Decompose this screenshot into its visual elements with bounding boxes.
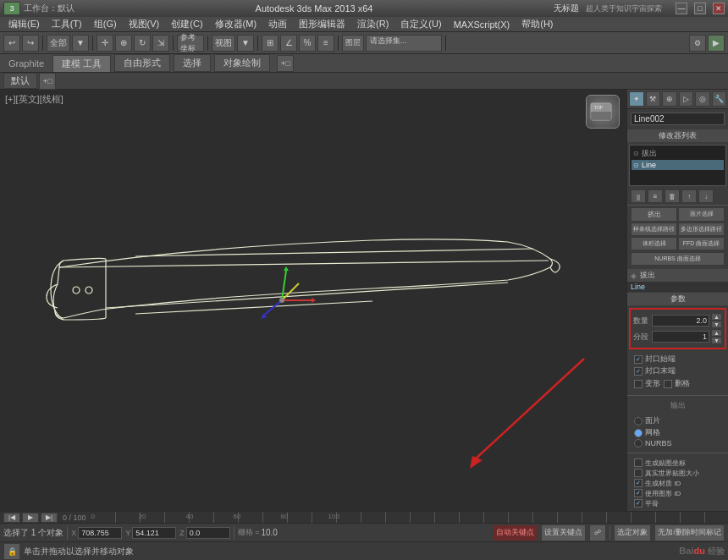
rp-motion-icon[interactable]: ▷ xyxy=(679,91,694,107)
btn-spline-sel[interactable]: 样条线选择路径 xyxy=(631,222,677,236)
count-value[interactable]: 2.0 xyxy=(652,315,709,327)
menu-view[interactable]: 视图(V) xyxy=(124,17,165,31)
prev-frame-btn[interactable]: |◀ xyxy=(3,513,20,523)
mod-up-icon[interactable]: ↑ xyxy=(681,189,697,203)
checkbox-cap-start[interactable]: ✓ 封口始端 xyxy=(631,354,725,365)
snap-btn[interactable]: ⊞ xyxy=(262,35,279,52)
btn-extrude[interactable]: 挤出 xyxy=(631,207,677,222)
key-filter-btn[interactable]: ☍ xyxy=(589,524,606,541)
menu-custom[interactable]: 自定义(U) xyxy=(395,17,446,31)
checkbox-cap-end[interactable]: ✓ 封口末端 xyxy=(631,365,725,376)
checkbox-smooth-box[interactable]: ✓ xyxy=(634,499,643,508)
menu-help[interactable]: 帮助(H) xyxy=(516,17,558,31)
output-mesh-radio[interactable] xyxy=(634,429,643,437)
menu-animation[interactable]: 动画 xyxy=(263,17,292,31)
btn-ffd-sel[interactable]: FFD 曲面选择 xyxy=(678,237,725,250)
redo-button[interactable]: ↪ xyxy=(22,35,39,52)
nav-cube[interactable]: TOP xyxy=(586,95,620,129)
checkbox-gen-mat-box[interactable]: ✓ xyxy=(634,479,643,487)
menu-modifiers[interactable]: 修改器(M) xyxy=(210,17,262,31)
mod-stack-icon[interactable]: ≡ xyxy=(648,189,663,203)
btn-patch-sel[interactable]: 面片选择 xyxy=(678,207,725,222)
checkbox-real-world-map[interactable]: 真实世界贴图大小 xyxy=(631,469,725,478)
seg-up-btn[interactable]: ▲ xyxy=(711,329,722,337)
scale-btn[interactable]: ⇲ xyxy=(152,35,169,52)
checkbox-gen-mat-id[interactable]: ✓ 生成材质 ID xyxy=(631,479,725,488)
seg-value[interactable]: 1 xyxy=(652,331,709,343)
menu-maxscript[interactable]: MAXScript(X) xyxy=(449,19,516,30)
checkbox-use-shape-box[interactable]: ✓ xyxy=(634,489,643,497)
percent-snap-btn[interactable]: % xyxy=(299,35,316,52)
checkbox-smooth[interactable]: ✓ 平骨 xyxy=(631,499,725,508)
menu-render[interactable]: 渲染(R) xyxy=(352,17,394,31)
move-btn[interactable]: ⊕ xyxy=(115,35,132,52)
maximize-button[interactable]: □ xyxy=(694,3,706,14)
subtab-default[interactable]: 默认 xyxy=(3,73,37,89)
z-input[interactable] xyxy=(186,527,230,539)
menu-create[interactable]: 创建(C) xyxy=(166,17,207,31)
viewport-nav[interactable]: TOP xyxy=(586,95,620,129)
layer-manager-btn[interactable]: 图层 xyxy=(342,35,364,52)
mod-down-icon[interactable]: ↓ xyxy=(698,189,714,203)
rp-create-icon[interactable]: ✦ xyxy=(629,91,644,107)
render-btn[interactable]: ▶ xyxy=(708,35,725,52)
menu-edit[interactable]: 编辑(E) xyxy=(3,17,45,31)
y-input[interactable] xyxy=(132,527,176,539)
auto-key-btn[interactable]: 自动关键点 xyxy=(493,524,538,541)
menu-graph-editor[interactable]: 图形编辑器 xyxy=(294,17,350,31)
set-key-btn[interactable]: 设置关键点 xyxy=(541,524,586,541)
mod-item-line[interactable]: ⊙ Line xyxy=(631,160,724,170)
graphite-tab-modeling[interactable]: 建模 工具 xyxy=(52,55,111,72)
angle-snap-btn[interactable]: ∠ xyxy=(280,35,297,52)
output-mesh[interactable]: 网格 xyxy=(631,427,725,438)
count-down-btn[interactable]: ▼ xyxy=(711,321,722,328)
btn-nurbs-sel[interactable]: NURBS 曲面选择 xyxy=(631,252,725,266)
checkbox-gen-map-coords[interactable]: 生成贴图坐标 xyxy=(631,458,725,468)
rp-modify-icon[interactable]: ⚒ xyxy=(646,91,661,107)
next-frame-btn[interactable]: ▶| xyxy=(41,513,58,523)
rp-display-icon[interactable]: ◎ xyxy=(695,91,710,107)
minimize-button[interactable]: — xyxy=(676,3,687,14)
checkbox-grid[interactable]: 删格 xyxy=(664,378,690,389)
spinner-snap-btn[interactable]: ≡ xyxy=(317,35,334,52)
graphite-extra-btn[interactable]: +□ xyxy=(277,55,294,72)
graphite-tab-select[interactable]: 选择 xyxy=(174,54,211,72)
x-input[interactable] xyxy=(78,527,122,539)
rotate-btn[interactable]: ↻ xyxy=(134,35,151,52)
output-patch-radio[interactable] xyxy=(634,417,643,425)
checkbox-use-shape-id[interactable]: ✓ 使用图形 ID xyxy=(631,489,725,498)
filter-dropdown-btn[interactable]: ▼ xyxy=(72,35,89,52)
rp-hierarchy-icon[interactable]: ⊕ xyxy=(662,91,677,107)
output-nurbs-radio[interactable] xyxy=(634,439,643,447)
count-up-btn[interactable]: ▲ xyxy=(711,313,722,321)
btn-volume-sel[interactable]: 体积选择 xyxy=(631,237,677,250)
layer-select[interactable]: 请选择集... xyxy=(366,35,442,52)
prompt-lock-btn[interactable]: 🔒 xyxy=(3,543,20,560)
view-dropdown-arrow[interactable]: ▼ xyxy=(237,35,254,52)
undo-button[interactable]: ↩ xyxy=(3,35,20,52)
seg-down-btn[interactable]: ▼ xyxy=(711,337,722,344)
rp-utility-icon[interactable]: 🔧 xyxy=(712,91,727,107)
app-icon[interactable]: 3 xyxy=(3,2,20,15)
subtab-extra-btn[interactable]: +□ xyxy=(39,73,56,90)
render-setup-btn[interactable]: ⚙ xyxy=(689,35,706,52)
checkbox-gen-map-box[interactable] xyxy=(634,458,643,467)
select-filter-btn[interactable]: 选定对象 xyxy=(614,524,651,541)
select-btn[interactable]: ✛ xyxy=(97,35,113,52)
ref-system-btn[interactable]: 参考坐标 xyxy=(177,35,204,52)
output-nurbs[interactable]: NURBS xyxy=(631,439,725,447)
checkbox-cap-end-box[interactable]: ✓ xyxy=(634,367,643,376)
mod-item-extrude[interactable]: ⊙ 拔出 xyxy=(631,147,724,160)
add-time-tag-btn[interactable]: 无加/删除时间标记 xyxy=(654,524,725,541)
timeline-marks[interactable]: 0 20 40 60 80 100 xyxy=(91,512,725,524)
play-btn[interactable]: ▶ xyxy=(22,513,39,523)
menu-group[interactable]: 组(G) xyxy=(89,17,122,31)
graphite-tab-freeform[interactable]: 自由形式 xyxy=(114,54,170,72)
viewport[interactable]: [+][英文][线框] TOP xyxy=(0,90,626,511)
close-button[interactable]: ✕ xyxy=(713,3,725,14)
graphite-tab-objpaint[interactable]: 对象绘制 xyxy=(214,54,270,72)
select-all-btn[interactable]: 全部 xyxy=(47,35,70,52)
object-name-input[interactable] xyxy=(631,113,725,125)
checkbox-deform[interactable]: 变形 xyxy=(634,378,660,389)
btn-poly-sel[interactable]: 多边形选择路径 xyxy=(678,222,725,236)
